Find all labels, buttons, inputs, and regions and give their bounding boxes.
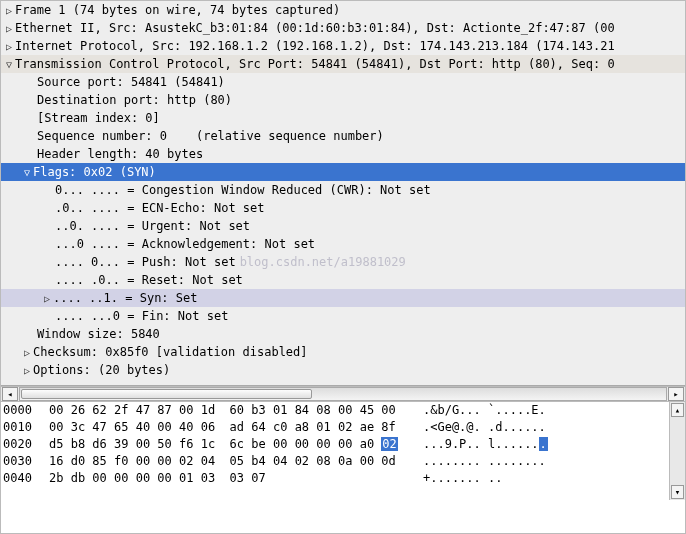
ascii-highlight: . xyxy=(539,437,548,451)
flag-ecn[interactable]: .0.. .... = ECN-Echo: Not set xyxy=(1,199,685,217)
tree-label: ..0. .... = Urgent: Not set xyxy=(55,219,250,233)
hex-bytes: d5 b8 d6 39 00 50 f6 1c 6c be 00 00 00 0… xyxy=(49,436,405,453)
tcp-options[interactable]: ▷ Options: (20 bytes) xyxy=(1,361,685,379)
tree-label: .... ..1. = Syn: Set xyxy=(53,291,198,305)
tree-label: [Stream index: 0] xyxy=(37,111,160,125)
tcp-stream[interactable]: [Stream index: 0] xyxy=(1,109,685,127)
tree-label: Frame 1 (74 bytes on wire, 74 bytes capt… xyxy=(15,3,340,17)
tree-label: Sequence number: 0 (relative sequence nu… xyxy=(37,129,384,143)
expander-icon[interactable]: ▷ xyxy=(3,41,15,52)
hex-offset: 0000 xyxy=(3,402,49,419)
scroll-down-icon[interactable]: ▾ xyxy=(671,485,684,499)
tree-label: .... 0... = Push: Not set xyxy=(55,255,236,269)
tree-ip[interactable]: ▷ Internet Protocol, Src: 192.168.1.2 (1… xyxy=(1,37,685,55)
hex-row[interactable]: 0000 00 26 62 2f 47 87 00 1d 60 b3 01 84… xyxy=(1,402,685,419)
tree-label: Options: (20 bytes) xyxy=(33,363,170,377)
flag-rst[interactable]: .... .0.. = Reset: Not set xyxy=(1,271,685,289)
flag-urg[interactable]: ..0. .... = Urgent: Not set xyxy=(1,217,685,235)
flag-fin[interactable]: .... ...0 = Fin: Not set xyxy=(1,307,685,325)
hex-bytes: 16 d0 85 f0 00 00 02 04 05 b4 04 02 08 0… xyxy=(49,453,405,470)
tree-label: .0.. .... = ECN-Echo: Not set xyxy=(55,201,265,215)
tree-label: Flags: 0x02 (SYN) xyxy=(33,165,156,179)
watermark: blog.csdn.net/a19881029 xyxy=(240,255,406,269)
scroll-up-icon[interactable]: ▴ xyxy=(671,403,684,417)
hex-bytes: 00 3c 47 65 40 00 40 06 ad 64 c0 a8 01 0… xyxy=(49,419,405,436)
hex-highlight: 02 xyxy=(381,437,397,451)
tcp-checksum[interactable]: ▷ Checksum: 0x85f0 [validation disabled] xyxy=(1,343,685,361)
hex-offset: 0040 xyxy=(3,470,49,487)
tree-label: .... .0.. = Reset: Not set xyxy=(55,273,243,287)
hex-ascii: .<Ge@.@. .d...... xyxy=(423,419,546,436)
expander-icon[interactable]: ▷ xyxy=(3,5,15,16)
hex-bytes: 2b db 00 00 00 00 01 03 03 07 xyxy=(49,470,405,487)
hex-ascii: ...9.P.. l....... xyxy=(423,436,548,453)
scroll-right-icon[interactable]: ▸ xyxy=(668,387,684,401)
tree-label: .... ...0 = Fin: Not set xyxy=(55,309,228,323)
tree-frame[interactable]: ▷ Frame 1 (74 bytes on wire, 74 bytes ca… xyxy=(1,1,685,19)
expander-icon[interactable]: ▷ xyxy=(41,293,53,304)
expander-icon[interactable]: ▷ xyxy=(21,347,33,358)
scroll-track[interactable] xyxy=(670,418,685,484)
tree-label: 0... .... = Congestion Window Reduced (C… xyxy=(55,183,431,197)
flag-cwr[interactable]: 0... .... = Congestion Window Reduced (C… xyxy=(1,181,685,199)
scroll-thumb[interactable] xyxy=(21,389,312,399)
packet-details-pane: ▷ Frame 1 (74 bytes on wire, 74 bytes ca… xyxy=(1,1,685,386)
hex-offset: 0020 xyxy=(3,436,49,453)
hscrollbar[interactable]: ◂ ▸ xyxy=(1,386,685,402)
tree-ethernet[interactable]: ▷ Ethernet II, Src: AsustekC_b3:01:84 (0… xyxy=(1,19,685,37)
tcp-srcport[interactable]: Source port: 54841 (54841) xyxy=(1,73,685,91)
scroll-track[interactable] xyxy=(19,387,667,401)
tree-label: Checksum: 0x85f0 [validation disabled] xyxy=(33,345,308,359)
tree-label: Internet Protocol, Src: 192.168.1.2 (192… xyxy=(15,39,615,53)
expander-icon[interactable]: ▷ xyxy=(3,23,15,34)
tree-label: ...0 .... = Acknowledgement: Not set xyxy=(55,237,315,251)
tcp-seq[interactable]: Sequence number: 0 (relative sequence nu… xyxy=(1,127,685,145)
hex-offset: 0030 xyxy=(3,453,49,470)
scroll-left-icon[interactable]: ◂ xyxy=(2,387,18,401)
tree-label: Ethernet II, Src: AsustekC_b3:01:84 (00:… xyxy=(15,21,615,35)
tcp-dstport[interactable]: Destination port: http (80) xyxy=(1,91,685,109)
tree-label: Transmission Control Protocol, Src Port:… xyxy=(15,57,615,71)
expander-icon[interactable]: ▽ xyxy=(3,59,15,70)
flag-syn[interactable]: ▷ .... ..1. = Syn: Set xyxy=(1,289,685,307)
tcp-hdrlen[interactable]: Header length: 40 bytes xyxy=(1,145,685,163)
flag-ack[interactable]: ...0 .... = Acknowledgement: Not set xyxy=(1,235,685,253)
hex-row[interactable]: 0010 00 3c 47 65 40 00 40 06 ad 64 c0 a8… xyxy=(1,419,685,436)
tree-label: Header length: 40 bytes xyxy=(37,147,203,161)
hex-row[interactable]: 0040 2b db 00 00 00 00 01 03 03 07 +....… xyxy=(1,470,685,487)
tree-label: Destination port: http (80) xyxy=(37,93,232,107)
tcp-win[interactable]: Window size: 5840 xyxy=(1,325,685,343)
vscrollbar[interactable]: ▴ ▾ xyxy=(669,402,685,500)
expander-icon[interactable]: ▽ xyxy=(21,167,33,178)
hex-row[interactable]: 0030 16 d0 85 f0 00 00 02 04 05 b4 04 02… xyxy=(1,453,685,470)
hex-bytes: 00 26 62 2f 47 87 00 1d 60 b3 01 84 08 0… xyxy=(49,402,405,419)
hex-ascii: .&b/G... `.....E. xyxy=(423,402,546,419)
tcp-flags[interactable]: ▽ Flags: 0x02 (SYN) xyxy=(1,163,685,181)
tree-label: Window size: 5840 xyxy=(37,327,160,341)
hex-ascii: ........ ........ xyxy=(423,453,546,470)
hex-row[interactable]: 0020 d5 b8 d6 39 00 50 f6 1c 6c be 00 00… xyxy=(1,436,685,453)
packet-bytes-pane: 0000 00 26 62 2f 47 87 00 1d 60 b3 01 84… xyxy=(1,402,685,500)
flag-psh[interactable]: .... 0... = Push: Not set blog.csdn.net/… xyxy=(1,253,685,271)
hex-offset: 0010 xyxy=(3,419,49,436)
hex-ascii: +....... .. xyxy=(423,470,502,487)
tree-label: Source port: 54841 (54841) xyxy=(37,75,225,89)
tree-tcp[interactable]: ▽ Transmission Control Protocol, Src Por… xyxy=(1,55,685,73)
expander-icon[interactable]: ▷ xyxy=(21,365,33,376)
